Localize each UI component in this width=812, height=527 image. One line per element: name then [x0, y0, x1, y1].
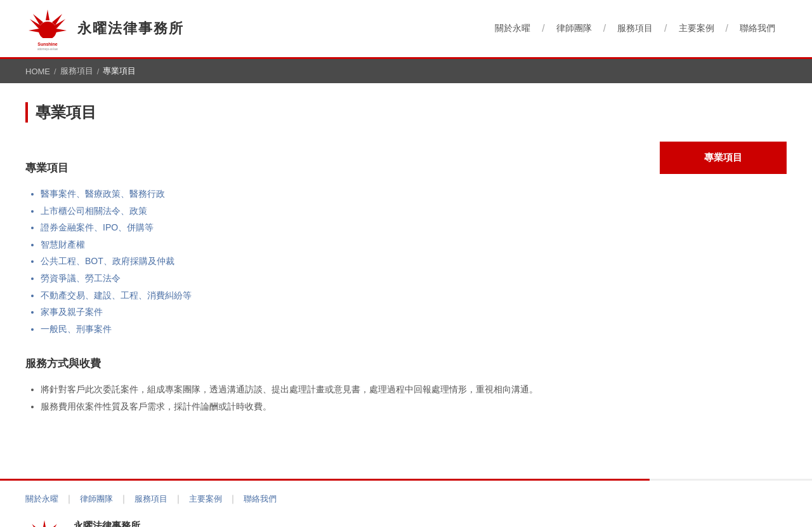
nav-contact[interactable]: 聯絡我們: [728, 23, 787, 34]
page-title-section: 專業項目: [25, 102, 787, 123]
footer-firm-name: 永曜法律事務所: [74, 517, 268, 527]
list-item: 一般民、刑事案件: [41, 321, 634, 338]
breadcrumb-current: 專業項目: [103, 65, 136, 77]
svg-marker-1: [46, 10, 49, 20]
main-content: 專業項目 專業項目 醫事案件、醫療政策、醫務行政 上市櫃公司相關法令、政策 證券…: [0, 83, 812, 453]
list-item: 證券金融案件、IPO、併購等: [41, 219, 634, 236]
logo-area: Sunshine attorneys-at-law 永曜法律事務所: [25, 6, 184, 51]
breadcrumb-sep-1: /: [54, 67, 56, 76]
nav-cases[interactable]: 主要案例: [667, 23, 726, 34]
list-item: 不動產交易、建設、工程、消費糾紛等: [41, 287, 634, 304]
content-sidebar: 專業項目: [660, 142, 787, 174]
service-item-1: 將針對客戶此次委託案件，組成專案團隊，透過溝通訪談、提出處理計畫或意見書，處理過…: [41, 381, 634, 398]
footer-nav-services[interactable]: 服務項目: [134, 493, 167, 505]
nav-services[interactable]: 服務項目: [606, 23, 664, 34]
list-item: 勞資爭議、勞工法令: [41, 270, 634, 287]
footer-nav-sep-4: ｜: [228, 493, 237, 505]
footer-nav-contact[interactable]: 聯絡我們: [244, 493, 277, 505]
sidebar-button[interactable]: 專業項目: [660, 142, 787, 174]
footer-nav-team[interactable]: 律師團隊: [80, 493, 113, 505]
svg-marker-4: [56, 29, 67, 32]
list-item: 公共工程、BOT、政府採購及仲裁: [41, 253, 634, 270]
list-item: 智慧財產權: [41, 236, 634, 253]
breadcrumb-services[interactable]: 服務項目: [60, 65, 93, 77]
breadcrumb-bar: HOME / 服務項目 / 專業項目: [0, 59, 812, 83]
main-nav: 關於永曜 / 律師團隊 / 服務項目 / 主要案例 / 聯絡我們: [483, 23, 787, 34]
list-item: 家事及親子案件: [41, 304, 634, 321]
footer-details: 永曜法律事務所 Tel：(02) 2327-8383 | Fax：(02) 23…: [74, 517, 268, 527]
footer-logo-icon: Sunshine attorneys-at-law: [25, 517, 63, 527]
footer-info: Sunshine attorneys-at-law 永曜法律事務所 Tel：(0…: [25, 517, 787, 527]
nav-team[interactable]: 律師團隊: [545, 23, 603, 34]
section2: 服務方式與收費 將針對客戶此次委託案件，組成專案團隊，透過溝通訪談、提出處理計畫…: [25, 356, 634, 415]
svg-text:attorneys-at-law: attorneys-at-law: [37, 48, 58, 51]
svg-marker-13: [32, 524, 41, 527]
site-title: 永曜法律事務所: [77, 19, 184, 38]
content-layout: 專業項目 醫事案件、醫療政策、醫務行政 上市櫃公司相關法令、政策 證券金融案件、…: [25, 142, 787, 434]
footer-nav-sep-3: ｜: [174, 493, 183, 505]
section2-title: 服務方式與收費: [25, 356, 634, 371]
footer-nav-sep-2: ｜: [119, 493, 128, 505]
footer-nav-about[interactable]: 關於永曜: [25, 493, 58, 505]
header: Sunshine attorneys-at-law 永曜法律事務所 關於永曜 /…: [0, 0, 812, 59]
service-item-2: 服務費用依案件性質及客戶需求，採計件論酬或計時收費。: [41, 398, 634, 415]
section1: 專業項目 醫事案件、醫療政策、醫務行政 上市櫃公司相關法令、政策 證券金融案件、…: [25, 161, 634, 337]
list-item: 上市櫃公司相關法令、政策: [41, 203, 634, 220]
logo-text-sunshine: Sunshine: [37, 42, 58, 46]
content-main: 專業項目 醫事案件、醫療政策、醫務行政 上市櫃公司相關法令、政策 證券金融案件、…: [25, 142, 634, 434]
section2-list: 將針對客戶此次委託案件，組成專案團隊，透過溝通訪談、提出處理計畫或意見書，處理過…: [25, 381, 634, 415]
footer-nav-cases[interactable]: 主要案例: [189, 493, 222, 505]
list-item: 醫事案件、醫療政策、醫務行政: [41, 185, 634, 203]
breadcrumb-sep-2: /: [97, 67, 100, 76]
section1-title: 專業項目: [25, 161, 634, 175]
footer-nav-sep-1: ｜: [65, 493, 74, 505]
svg-marker-11: [43, 520, 46, 527]
logo-icon: Sunshine attorneys-at-law: [25, 6, 70, 51]
footer-nav: 關於永曜 ｜ 律師團隊 ｜ 服務項目 ｜ 主要案例 ｜ 聯絡我們: [25, 493, 787, 505]
footer: 關於永曜 ｜ 律師團隊 ｜ 服務項目 ｜ 主要案例 ｜ 聯絡我們 Sunshin…: [0, 481, 812, 527]
breadcrumb-home[interactable]: HOME: [25, 67, 50, 76]
page-title: 專業項目: [36, 102, 787, 123]
svg-marker-12: [48, 524, 57, 527]
section1-list: 醫事案件、醫療政策、醫務行政 上市櫃公司相關法令、政策 證券金融案件、IPO、併…: [25, 185, 634, 337]
nav-about[interactable]: 關於永曜: [483, 23, 542, 34]
svg-marker-5: [29, 29, 39, 32]
svg-point-0: [39, 22, 56, 39]
